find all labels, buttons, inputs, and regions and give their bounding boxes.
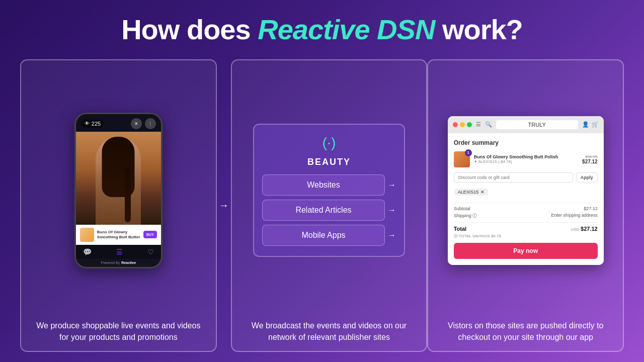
divider-2 bbox=[454, 222, 598, 223]
column-1-live-events: 👁 225 ✕ ⋮ bbox=[20, 59, 217, 352]
coupon-remove-icon[interactable]: ✕ bbox=[480, 190, 485, 195]
browser-brand-label: TRULY bbox=[496, 120, 578, 129]
item-quantity-badge: 1 bbox=[465, 149, 472, 156]
item-original-price: $31.90 bbox=[582, 154, 598, 159]
order-item-thumbnail: 1 bbox=[454, 151, 470, 167]
discount-code-row: Apply bbox=[454, 172, 598, 183]
publisher-item-row-2: Related Articles → bbox=[262, 200, 395, 221]
product-name: Buns Of Glowry Smoothing Butt Butter bbox=[97, 230, 140, 239]
phone-video-area bbox=[76, 132, 161, 225]
publisher-item-row-3: Mobile Apps → bbox=[262, 225, 395, 246]
publisher-item-row-1: Websites → bbox=[262, 174, 395, 196]
column-3-caption: Vistors on those sites are pushed direct… bbox=[436, 320, 615, 343]
phone-wrapper: 👁 225 ✕ ⋮ bbox=[29, 68, 208, 313]
savings-row: ⓪ TOTAL SAVINGS $4.78 bbox=[454, 233, 598, 239]
product-info: Buns Of Glowry Smoothing Butt Butter bbox=[97, 230, 140, 239]
publisher-item-websites: Websites bbox=[262, 174, 384, 196]
browser-chrome: ☰ 🔍 TRULY 👤 🛒 bbox=[448, 116, 604, 133]
broadcaster-box: (·) BEAUTY Websites → Related Articles →… bbox=[253, 124, 405, 257]
divider-1 bbox=[454, 203, 598, 203]
arrow-websites: → bbox=[388, 180, 396, 190]
total-label: Total bbox=[454, 226, 466, 232]
title-suffix: work? bbox=[435, 14, 522, 45]
phone-powered-by: Powered By Reactive bbox=[76, 259, 161, 266]
beauty-label: BEAUTY bbox=[307, 157, 351, 167]
arrow-mobile-apps: → bbox=[388, 231, 396, 240]
traffic-light-yellow bbox=[460, 122, 465, 127]
order-item-row: 1 Buns Of Glowry Smoothing Butt Polish ✦… bbox=[454, 151, 598, 167]
phone-top-bar: 👁 225 ✕ ⋮ bbox=[76, 114, 161, 132]
arrow-icon-1: → bbox=[219, 200, 229, 211]
phone-close-btn[interactable]: ✕ bbox=[131, 118, 142, 129]
view-count-badge: 👁 225 bbox=[81, 120, 104, 128]
phone-action-buttons: ✕ ⋮ bbox=[131, 118, 156, 129]
column-2-caption: We broadcast the events and videos on ou… bbox=[240, 320, 419, 343]
phone-person-figure bbox=[96, 137, 141, 225]
browser-right-icons: 👤 🛒 bbox=[582, 121, 599, 128]
phone-heart-icon: ♡ bbox=[147, 248, 154, 256]
phone-menu-btn[interactable]: ⋮ bbox=[145, 118, 156, 129]
checkout-content: Order summary 1 Buns Of Glowry Smoothing… bbox=[448, 133, 604, 265]
subtotal-row: Subtotal $27.12 bbox=[454, 206, 598, 211]
broadcaster-panel: (·) BEAUTY Websites → Related Articles →… bbox=[240, 68, 419, 313]
shipping-label: Shipping ⓘ bbox=[454, 213, 477, 219]
shipping-row: Shipping ⓘ Enter shipping address bbox=[454, 213, 598, 219]
traffic-light-green bbox=[467, 122, 472, 127]
shipping-value: Enter shipping address bbox=[551, 213, 598, 219]
total-value: USD$27.12 bbox=[571, 226, 598, 232]
browser-cart-icon: 🛒 bbox=[592, 121, 599, 128]
traffic-light-red bbox=[453, 122, 458, 127]
powered-by-label: Powered By bbox=[101, 261, 120, 264]
page-title: How does Reactive DSN work? bbox=[121, 14, 523, 45]
column-2-broadcast: (·) BEAUTY Websites → Related Articles →… bbox=[231, 59, 428, 352]
title-highlight: Reactive DSN bbox=[258, 14, 435, 45]
column-1-caption: We produce shoppable live events and vid… bbox=[29, 320, 208, 343]
total-row: Total USD$27.12 bbox=[454, 226, 598, 232]
title-prefix: How does bbox=[121, 14, 258, 45]
view-count-value: 225 bbox=[92, 121, 101, 127]
coupon-tag: ALEXIS15 ✕ bbox=[454, 189, 489, 196]
total-prefix: USD bbox=[571, 227, 579, 232]
subtotal-label: Subtotal bbox=[454, 206, 470, 211]
savings-label: ⓪ TOTAL SAVINGS $4.78 bbox=[454, 233, 501, 239]
phone-list-icon: ☰ bbox=[116, 248, 123, 256]
subtotal-value: $27.12 bbox=[584, 206, 598, 211]
apply-button[interactable]: Apply bbox=[576, 172, 598, 183]
broadcast-icon: (·) bbox=[323, 135, 336, 151]
publisher-items-area: Websites → Related Articles → Mobile App… bbox=[262, 174, 395, 246]
eye-icon: 👁 bbox=[85, 121, 90, 126]
coupon-code-label: ALEXIS15 bbox=[458, 190, 479, 195]
phone-chat-icon: 💬 bbox=[83, 248, 92, 256]
browser-search-icon: 🔍 bbox=[485, 121, 492, 128]
phone-product-bar: Buns Of Glowry Smoothing Butt Butter BUY bbox=[76, 225, 161, 245]
browser-user-icon: 👤 bbox=[582, 121, 589, 128]
item-name: Buns Of Glowry Smoothing Butt Polish bbox=[474, 154, 578, 159]
reactive-brand: Reactive bbox=[121, 261, 136, 264]
item-discounted-price: $27.12 bbox=[582, 159, 598, 164]
buy-button[interactable]: BUY bbox=[143, 231, 157, 238]
order-summary-title: Order summary bbox=[454, 139, 598, 146]
phone-braid-figure bbox=[125, 167, 131, 222]
item-details: Buns Of Glowry Smoothing Butt Polish ✦ A… bbox=[474, 154, 578, 164]
browser-mockup: ☰ 🔍 TRULY 👤 🛒 Order summary 1 bbox=[448, 116, 604, 265]
phone-mockup: 👁 225 ✕ ⋮ bbox=[74, 113, 163, 268]
checkout-wrapper: ☰ 🔍 TRULY 👤 🛒 Order summary 1 bbox=[436, 68, 615, 313]
publisher-item-related-articles: Related Articles bbox=[262, 200, 384, 221]
total-amount: $27.12 bbox=[581, 226, 598, 232]
item-price-col: $31.90 $27.12 bbox=[582, 154, 598, 164]
product-thumbnail bbox=[80, 228, 94, 242]
column-3-checkout: ☰ 🔍 TRULY 👤 🛒 Order summary 1 bbox=[427, 59, 624, 352]
arrow-col1-to-col2: → bbox=[217, 59, 231, 352]
item-sub-info: ✦ ALEXIS15 (-$4.78) bbox=[474, 159, 578, 164]
main-columns: 👁 225 ✕ ⋮ bbox=[20, 59, 624, 352]
publisher-item-mobile-apps: Mobile Apps bbox=[262, 225, 384, 246]
arrow-related-articles: → bbox=[388, 206, 396, 215]
pay-now-button[interactable]: Pay now bbox=[454, 243, 598, 259]
traffic-lights bbox=[453, 122, 472, 127]
browser-hamburger-icon: ☰ bbox=[476, 121, 481, 128]
phone-bottom-bar: 💬 ☰ ♡ bbox=[76, 245, 161, 259]
discount-input[interactable] bbox=[454, 172, 573, 183]
